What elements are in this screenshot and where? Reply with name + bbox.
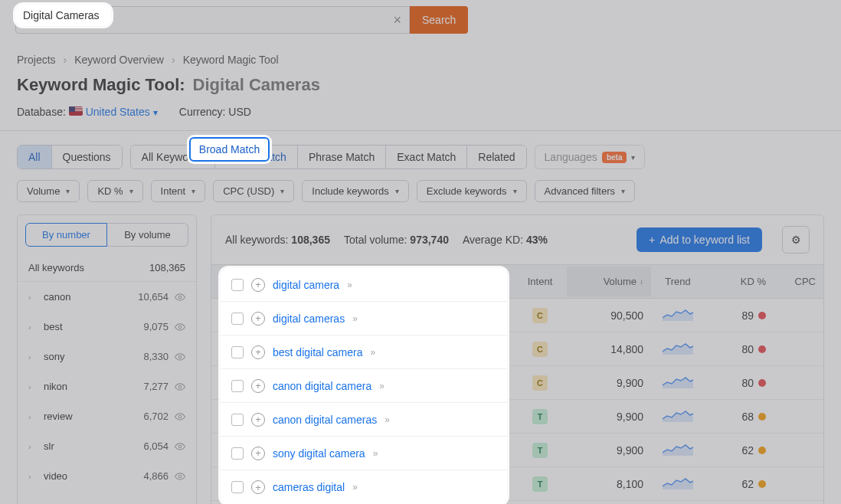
expand-icon[interactable]: + xyxy=(251,413,265,427)
keyword-link[interactable]: digital camera xyxy=(273,279,339,291)
row-checkbox[interactable] xyxy=(231,346,244,358)
open-icon[interactable]: » xyxy=(379,381,385,391)
open-icon[interactable]: » xyxy=(385,414,390,425)
row-checkbox[interactable] xyxy=(231,279,244,291)
row-checkbox[interactable] xyxy=(231,481,244,493)
keyword-link[interactable]: digital cameras xyxy=(273,313,345,325)
keyword-link[interactable]: cameras digital xyxy=(273,481,345,493)
highlight-keyword-rows: +digital camera»+digital cameras»+best d… xyxy=(221,268,507,504)
expand-icon[interactable]: + xyxy=(251,379,265,393)
open-icon[interactable]: » xyxy=(373,448,378,459)
keyword-link[interactable]: best digital camera xyxy=(273,346,363,358)
keyword-link[interactable]: canon digital camera xyxy=(273,380,371,392)
open-icon[interactable]: » xyxy=(352,313,358,324)
expand-icon[interactable]: + xyxy=(251,278,265,292)
expand-icon[interactable]: + xyxy=(251,312,265,326)
keyword-link[interactable]: canon digital cameras xyxy=(273,414,377,426)
highlight-broad-match: Broad Match xyxy=(189,137,270,162)
keyword-link[interactable]: sony digital camera xyxy=(273,447,365,460)
open-icon[interactable]: » xyxy=(352,482,358,493)
row-checkbox[interactable] xyxy=(231,380,244,392)
open-icon[interactable]: » xyxy=(371,347,376,358)
highlight-search-term: Digital Cameras xyxy=(15,5,111,26)
open-icon[interactable]: » xyxy=(347,280,352,290)
row-checkbox[interactable] xyxy=(231,414,244,426)
expand-icon[interactable]: + xyxy=(251,447,265,460)
row-checkbox[interactable] xyxy=(231,313,244,325)
expand-icon[interactable]: + xyxy=(251,480,265,494)
expand-icon[interactable]: + xyxy=(251,345,265,359)
row-checkbox[interactable] xyxy=(231,447,244,460)
